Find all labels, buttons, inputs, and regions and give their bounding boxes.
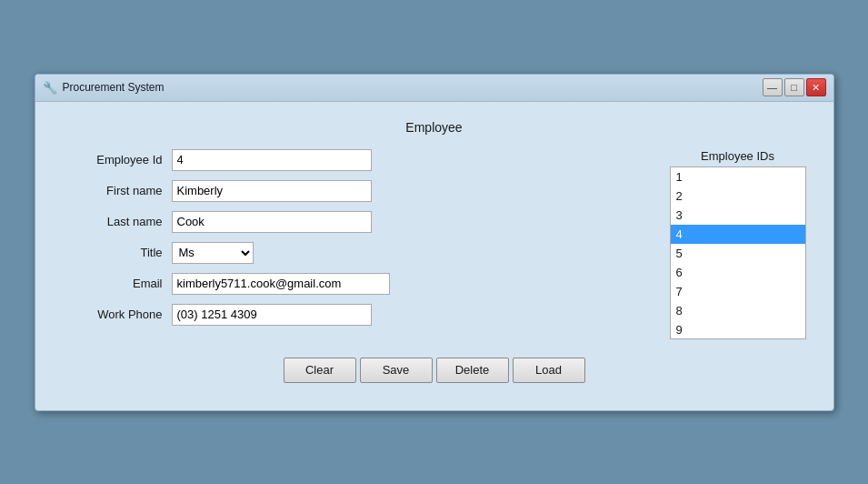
list-item[interactable]: 5 [671,244,805,263]
id-panel-title: Employee IDs [670,149,806,163]
list-item[interactable]: 1 [671,167,805,187]
save-button[interactable]: Save [360,358,433,383]
list-item[interactable]: 7 [671,282,805,301]
titlebar: 🔧 Procurement System — □ ✕ [35,75,833,102]
email-label: Email [63,277,172,290]
id-panel: Employee IDs 1 2 3 4 5 6 7 8 9 10 [670,149,806,339]
minimize-button[interactable]: — [763,78,783,96]
work-phone-input[interactable] [172,304,372,326]
window-title: Procurement System [63,81,165,94]
employee-id-list[interactable]: 1 2 3 4 5 6 7 8 9 10 [670,166,806,339]
list-item[interactable]: 6 [671,263,805,282]
list-item[interactable]: 3 [671,206,805,225]
list-item[interactable]: 8 [671,301,805,320]
first-name-label: First name [63,184,172,197]
work-phone-row: Work Phone [63,304,652,326]
email-input[interactable] [172,273,390,295]
last-name-label: Last name [63,215,172,228]
list-item[interactable]: 4 [671,225,805,244]
first-name-row: First name [63,180,652,202]
employee-id-label: Employee Id [63,153,172,166]
maximize-button[interactable]: □ [784,78,804,96]
load-button[interactable]: Load [513,358,585,383]
last-name-input[interactable] [172,211,372,233]
email-row: Email [63,273,652,295]
titlebar-left: 🔧 Procurement System [43,80,165,95]
form-fields: Employee Id First name Last name Title M… [63,149,652,335]
title-select[interactable]: Mr Ms Mrs Dr [172,242,254,264]
employee-id-row: Employee Id [63,149,652,171]
list-item[interactable]: 2 [671,187,805,206]
main-content: Employee Employee Id First name Last nam… [35,102,833,410]
title-row: Title Mr Ms Mrs Dr [63,242,652,264]
work-phone-label: Work Phone [63,308,172,321]
form-area: Employee Id First name Last name Title M… [63,149,806,339]
employee-id-input[interactable] [172,149,372,171]
form-title: Employee [63,120,806,135]
window-controls: — □ ✕ [763,78,826,96]
close-button[interactable]: ✕ [806,78,826,96]
list-item[interactable]: 9 [671,320,805,339]
main-window: 🔧 Procurement System — □ ✕ Employee Empl… [35,74,834,411]
delete-button[interactable]: Delete [436,358,509,383]
last-name-row: Last name [63,211,652,233]
clear-button[interactable]: Clear [284,358,356,383]
title-label: Title [63,246,172,259]
action-buttons: Clear Save Delete Load [63,358,806,383]
app-icon: 🔧 [43,80,57,95]
first-name-input[interactable] [172,180,372,202]
